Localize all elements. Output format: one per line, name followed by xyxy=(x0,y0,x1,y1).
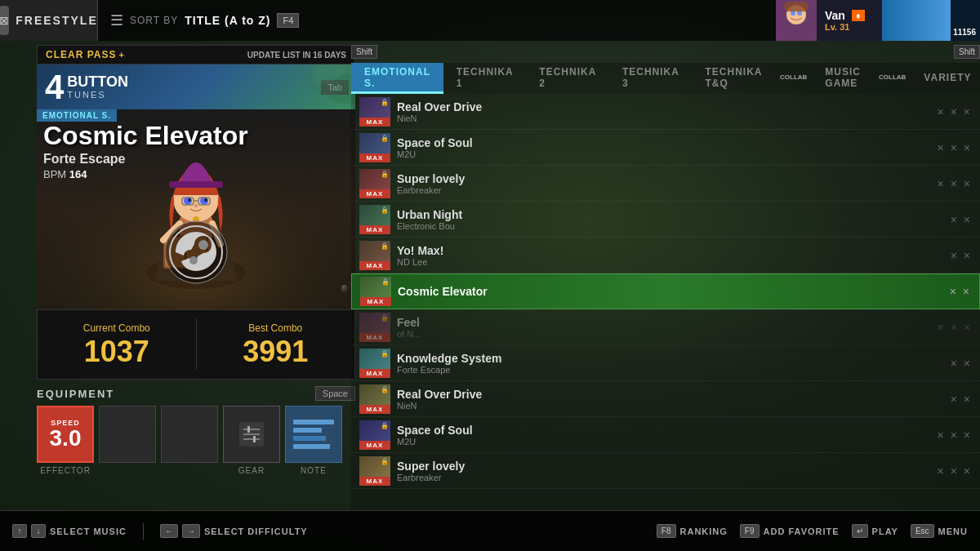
tab-technika2[interactable]: TECHNIKA 2 xyxy=(526,63,609,94)
bottom-right: F8 RANKING F9 ADD FAVORITE ↵ PLAY Esc ME… xyxy=(657,524,968,538)
equipment-label: EQUIPMENT xyxy=(37,388,114,400)
diff-x1[interactable]: × xyxy=(935,319,945,335)
song-difficulties: × × xyxy=(948,283,971,300)
song-thumbnail: MAX 🔒 xyxy=(359,456,390,486)
list-item-selected[interactable]: MAX 🔒 Cosmic Elevator × × xyxy=(351,273,980,309)
equipment-slots: SPEED 3.0 EFFECTOR xyxy=(37,406,355,475)
player-area: Van ♦ Lv. 31 11156 xyxy=(776,0,980,41)
play-key: ↵ xyxy=(852,524,868,538)
diff-x1[interactable]: × xyxy=(949,247,959,264)
emotional-badge: EMOTIONAL S. xyxy=(37,109,117,122)
note-icon[interactable] xyxy=(285,406,342,463)
song-name: Cosmic Elevator xyxy=(398,285,948,298)
diff-x2[interactable]: × xyxy=(949,427,959,443)
tab-musicgame[interactable]: MUSIC GAME xyxy=(812,63,874,94)
play-label: PLAY xyxy=(872,527,898,536)
f4-badge: F4 xyxy=(277,13,299,28)
tab-collab[interactable]: COLLAB xyxy=(775,63,812,94)
svg-point-20 xyxy=(194,204,198,207)
diff-x1[interactable]: × xyxy=(935,463,945,479)
menu-icon[interactable]: ☰ xyxy=(110,11,123,29)
diff-x1[interactable]: × xyxy=(949,391,959,407)
menu-action[interactable]: Esc MENU xyxy=(911,524,968,538)
song-thumbnail: MAX 🔒 xyxy=(360,277,391,306)
list-item[interactable]: MAX 🔒 Space of Soul M2U × × × xyxy=(351,130,980,166)
song-thumbnail: MAX 🔒 xyxy=(359,241,390,270)
diff-x1[interactable]: × xyxy=(935,104,945,120)
svg-point-16 xyxy=(204,198,207,202)
diff-x3[interactable]: × xyxy=(962,319,972,335)
sort-label: SORT BY xyxy=(130,15,178,26)
song-thumbnail: MAX 🔒 xyxy=(359,420,390,450)
diff-x2[interactable]: × xyxy=(962,391,972,407)
tab-emotional[interactable]: EMOTIONAL S. xyxy=(351,63,443,94)
steam-registered: ® xyxy=(341,284,347,293)
diff-x1[interactable]: × xyxy=(935,140,945,156)
category-tabs: EMOTIONAL S. TECHNIKA 1 TECHNIKA 2 TECHN… xyxy=(351,63,980,94)
song-info: Super lovely Earbreaker xyxy=(397,172,935,195)
list-item[interactable]: MAX 🔒 Feel of N... × × × xyxy=(351,309,980,345)
song-name: Knowledge System xyxy=(397,352,949,365)
tab-variety[interactable]: VARIETY xyxy=(911,63,980,94)
list-item[interactable]: MAX 🔒 Real Over Drive NieN × × × xyxy=(351,94,980,130)
sort-value: TITLE (A to Z) xyxy=(185,14,270,27)
list-item[interactable]: MAX 🔒 Yo! Max! ND Lee × × xyxy=(351,238,980,273)
gear-icon[interactable] xyxy=(223,406,280,463)
tab-technikatoq[interactable]: TECHNIKA T&Q xyxy=(692,63,775,94)
logo-area: ⊠ FREESTYLE xyxy=(0,0,98,41)
diff-x3[interactable]: × xyxy=(962,104,972,120)
list-item[interactable]: MAX 🔒 Space of Soul M2U × × × xyxy=(351,417,980,453)
tab-technika3[interactable]: TECHNIKA 3 xyxy=(609,63,693,94)
svg-point-15 xyxy=(188,198,191,202)
song-difficulties: × × × xyxy=(935,104,972,120)
diff-x2[interactable]: × xyxy=(949,176,959,192)
song-artist: NieN xyxy=(397,401,949,411)
tab-collab2[interactable]: COLLAB xyxy=(874,63,911,94)
song-difficulties: × × xyxy=(949,391,972,407)
song-list: MAX 🔒 Real Over Drive NieN × × × MAX 🔒 S… xyxy=(351,94,980,510)
effector-icon[interactable]: SPEED 3.0 xyxy=(37,406,94,463)
song-info: Yo! Max! ND Lee xyxy=(397,244,949,267)
play-action[interactable]: ↵ PLAY xyxy=(852,524,898,538)
right-panel: Shift Shift EMOTIONAL S. TECHNIKA 1 TECH… xyxy=(351,45,980,510)
diff-x3[interactable]: × xyxy=(962,176,972,192)
list-item[interactable]: MAX 🔒 Knowledge System Forte Escape × × xyxy=(351,345,980,381)
diff-x3[interactable]: × xyxy=(962,427,972,443)
menu-label: MENU xyxy=(938,527,968,536)
diff-x2[interactable]: × xyxy=(949,463,959,479)
diff-x1[interactable]: × xyxy=(935,176,945,192)
list-item[interactable]: MAX 🔒 Super lovely Earbreaker × × × xyxy=(351,166,980,202)
diff-x2[interactable]: × xyxy=(962,211,972,228)
diff-x3[interactable]: × xyxy=(962,463,972,479)
select-music-key1: ↑ xyxy=(12,524,27,538)
song-artist: Earbreaker xyxy=(397,473,935,482)
diff-x3[interactable]: × xyxy=(962,140,972,156)
note-lines xyxy=(293,420,334,449)
select-music-action: ↑ ↓ SELECT MUSIC xyxy=(12,524,127,538)
diff-x2[interactable]: × xyxy=(949,140,959,156)
song-name: Yo! Max! xyxy=(397,244,949,257)
top-bar: ⊠ FREESTYLE ☰ SORT BY TITLE (A to Z) F4 … xyxy=(0,0,980,41)
diff-x2[interactable]: × xyxy=(961,283,971,300)
diff-x2[interactable]: × xyxy=(949,319,959,335)
diff-x2[interactable]: × xyxy=(949,104,959,120)
list-item[interactable]: MAX 🔒 Super lovely Earbreaker × × × xyxy=(351,453,980,489)
song-name: Space of Soul xyxy=(397,136,935,149)
tab-technika1[interactable]: TECHNIKA 1 xyxy=(443,63,527,94)
list-item[interactable]: MAX 🔒 Urban Night Electronic Bou × × xyxy=(351,202,980,238)
space-button[interactable]: Space xyxy=(315,386,355,401)
diff-x1[interactable]: × xyxy=(935,427,945,443)
song-info: Space of Soul M2U xyxy=(397,424,935,447)
clear-pass-label: CLEAR PASS + xyxy=(46,49,124,60)
diff-x1[interactable]: × xyxy=(949,355,959,371)
diff-x2[interactable]: × xyxy=(962,355,972,371)
player-name: Van xyxy=(825,9,845,22)
diff-x2[interactable]: × xyxy=(962,247,972,264)
song-name: Urban Night xyxy=(397,208,949,221)
gear-slot: GEAR xyxy=(223,406,280,475)
song-main-title: Cosmic Elevator xyxy=(43,122,248,150)
list-item[interactable]: MAX 🔒 Real Over Drive NieN × × xyxy=(351,381,980,417)
diff-x1[interactable]: × xyxy=(949,211,959,228)
diff-x1[interactable]: × xyxy=(948,283,958,300)
bottom-bar: ↑ ↓ SELECT MUSIC ← → SELECT DIFFICULTY F… xyxy=(0,510,980,551)
